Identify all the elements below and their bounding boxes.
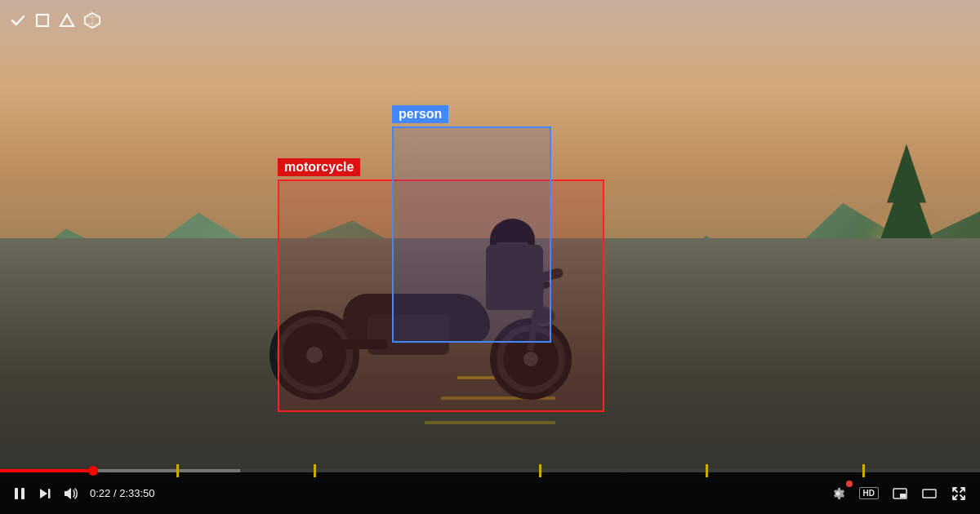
- cube-icon[interactable]: [83, 10, 101, 29]
- chapter-marker-4: [706, 464, 708, 477]
- settings-badge: [846, 481, 853, 487]
- controls-row: 0:22 / 2:33:50 HD: [0, 472, 980, 514]
- square-icon[interactable]: [34, 10, 51, 29]
- detection-box-person: person: [392, 126, 551, 343]
- chapter-marker-1: [176, 464, 179, 477]
- hd-badge: HD: [859, 487, 879, 499]
- theater-button[interactable]: [918, 484, 941, 503]
- pause-button[interactable]: [10, 484, 29, 503]
- chapter-marker-5: [862, 464, 865, 477]
- person-label: person: [392, 105, 448, 123]
- settings-button[interactable]: [826, 484, 849, 503]
- svg-rect-2: [21, 488, 24, 499]
- svg-rect-3: [48, 489, 51, 498]
- checkmark-icon[interactable]: [10, 10, 26, 29]
- miniplayer-button[interactable]: [889, 484, 911, 503]
- total-time: 2:33:50: [119, 487, 154, 499]
- top-toolbar: [10, 10, 101, 29]
- current-time: 0:22: [90, 487, 110, 499]
- bottom-bar: 0:22 / 2:33:50 HD: [0, 469, 980, 514]
- progress-thumb: [88, 466, 98, 476]
- quality-button[interactable]: HD: [856, 485, 882, 501]
- progress-bar[interactable]: [0, 469, 980, 472]
- progress-played: [0, 469, 93, 472]
- triangle-icon[interactable]: [59, 10, 75, 29]
- svg-rect-6: [923, 490, 936, 498]
- time-display: 0:22 / 2:33:50: [90, 487, 155, 499]
- svg-rect-5: [900, 494, 906, 498]
- chapter-marker-2: [314, 464, 316, 477]
- fullscreen-button[interactable]: [947, 484, 970, 503]
- chapter-marker-3: [539, 464, 541, 477]
- svg-rect-0: [37, 15, 48, 26]
- volume-button[interactable]: [60, 484, 80, 503]
- next-button[interactable]: [36, 485, 54, 503]
- progress-buffered: [93, 469, 240, 472]
- svg-rect-1: [15, 488, 18, 499]
- motorcycle-label: motorcycle: [278, 158, 360, 176]
